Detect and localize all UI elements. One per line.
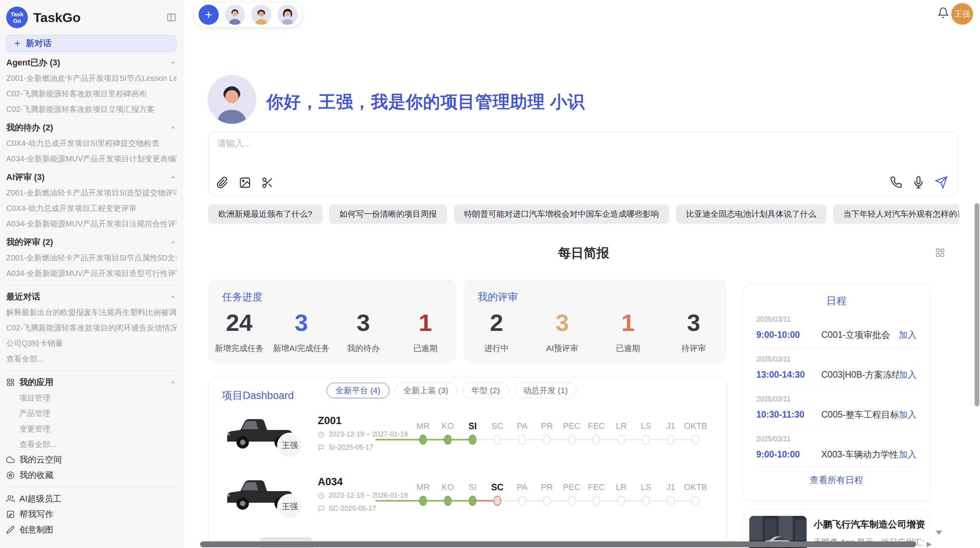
stat-label: 新增AI完成任务 <box>270 343 332 354</box>
milestone-label: LS <box>634 482 658 493</box>
tab-powertrain[interactable]: 动总开发 (1) <box>514 383 577 398</box>
list-item[interactable]: A034-全新新能源MUV产品开发项目造型可行性评审 <box>6 265 176 281</box>
section-header-my-apps[interactable]: 我的应用 <box>6 375 176 390</box>
new-chat-button[interactable]: 新对话 <box>6 35 176 52</box>
section-header-my-todo[interactable]: 我的待办 (2) <box>6 120 176 135</box>
divider <box>6 487 176 487</box>
sidebar-item-favorites[interactable]: 我的收藏 <box>6 468 176 483</box>
section-header-ai-review[interactable]: AI评审 (3) <box>6 170 176 185</box>
suggestion-chip[interactable]: 当下年轻人对汽车外观有怎样的喜好趋势 <box>833 204 959 224</box>
list-item[interactable]: Z001-全新燃油轻卡产品开发项目SI造型提交物评审 <box>6 185 176 200</box>
sidebar-item-change-mgmt[interactable]: 变更管理 <box>6 421 176 437</box>
user-avatar[interactable]: 王强 <box>951 3 973 25</box>
input-tools-right <box>890 176 948 189</box>
scroll-down-arrow-icon[interactable] <box>936 531 942 535</box>
milestone-dot <box>518 435 526 445</box>
join-link[interactable]: 加入 <box>899 449 917 461</box>
list-item[interactable]: Z001-全新燃油轻卡产品开发项目SI节点属性5D文件评审 <box>6 250 176 265</box>
list-item[interactable]: C02-飞腾新能源轻客改款项目的闭环通告反馈情况 <box>6 320 176 336</box>
send-icon[interactable] <box>935 176 948 189</box>
suggestion-chip[interactable]: 特朗普可能对进口汽车增税会对中国车企造成哪些影响 <box>454 204 669 224</box>
milestone-label-current: SI <box>460 421 485 432</box>
list-item[interactable]: C02-飞腾新能源轻客改款项目立项汇报方案 <box>6 101 176 117</box>
section-header-my-review[interactable]: 我的评审 (2) <box>6 235 176 250</box>
avatar[interactable] <box>251 5 271 25</box>
add-conversation-button[interactable] <box>199 5 219 25</box>
milestone-label: OKTB <box>683 482 708 493</box>
section-title: 我的评审 (2) <box>6 236 53 248</box>
milestone-label: LR <box>609 482 634 493</box>
sidebar-header: Task Go TaskGo <box>6 0 176 35</box>
join-link[interactable]: 加入 <box>899 329 917 341</box>
sidebar-item-ai-super-staff[interactable]: AI超级员工 <box>6 491 176 507</box>
view-all-recent[interactable]: 查看全部... <box>6 351 176 366</box>
milestone-dot <box>568 435 576 445</box>
sidebar-item-help-me-write[interactable]: 帮我写作 <box>6 507 176 522</box>
phone-call-icon[interactable] <box>890 176 902 188</box>
project-dashboard-card: 项目Dashboard 全新平台 (4) 全新上装 (3) 年型 (2) 动总开… <box>208 377 726 548</box>
list-item[interactable]: 公司Q3轻卡销量 <box>6 336 176 351</box>
chat-input[interactable] <box>216 138 681 149</box>
image-icon[interactable] <box>239 176 251 189</box>
card-title: 我的评审 <box>478 290 518 304</box>
sidebar-item-product-mgmt[interactable]: 产品管理 <box>6 406 176 421</box>
milestone-label: OKTB <box>683 421 708 432</box>
suggestion-chips: 欧洲新规最近颁布了什么? 如何写一份清晰的项目周报 特朗普可能对进口汽车增税会对… <box>208 204 959 224</box>
briefing-layout-icon[interactable] <box>935 248 945 258</box>
list-item[interactable]: C02-飞腾新能源轻客改款项目里程碑画布 <box>6 86 176 101</box>
project-code[interactable]: Z001 <box>318 415 342 427</box>
milestone-dot-current <box>469 435 476 445</box>
tab-new-body[interactable]: 全新上装 (3) <box>395 383 457 398</box>
schedule-name: C001-立项审批会 <box>821 329 899 341</box>
suggestion-chip[interactable]: 比亚迪全固态电池计划具体说了什么 <box>676 204 826 224</box>
project-owner-badge: 王强 <box>277 494 303 519</box>
scissors-icon[interactable] <box>261 176 274 189</box>
milestone-track <box>411 495 709 507</box>
stat-value: 3 <box>661 310 726 335</box>
view-all-schedule-link[interactable]: 查看所有日程 <box>743 467 930 493</box>
list-item[interactable]: C0X4-动力总成开发项目工程变更评审 <box>6 200 176 216</box>
sidebar-item-project-mgmt[interactable]: 项目管理 <box>6 390 176 406</box>
section-title: Agent已办 (3) <box>6 57 60 68</box>
notification-bell-icon[interactable] <box>937 7 949 19</box>
stat: 1 已逾期 <box>394 310 456 354</box>
milestone-label: FEC <box>584 482 609 493</box>
section-header-recent-chats[interactable]: 最近对话 <box>6 289 176 305</box>
project-row: 王强 Z001 2023-12-19 ~ 2027-01-19 SI-2025-… <box>209 408 726 470</box>
suggestion-chip[interactable]: 欧洲新规最近颁布了什么? <box>208 204 322 224</box>
milestone-dot <box>667 435 675 445</box>
list-item[interactable]: C0X4-动力总成开发项目SI里程碑提交物检查 <box>6 135 176 151</box>
list-item[interactable]: 解释最新出台的欧盟报废车法规再生塑料比例被调至15%... <box>6 305 176 320</box>
collapse-sidebar-icon[interactable] <box>166 12 176 22</box>
stat-value: 2 <box>464 310 529 335</box>
milestone-labels: MR KO SI SC PA PR PEC FEC LR LS J1 OKTB <box>411 421 709 432</box>
tab-year-model[interactable]: 年型 (2) <box>463 383 509 398</box>
horizontal-scrollbar-thumb[interactable] <box>200 541 916 547</box>
stat-value: 24 <box>208 310 270 335</box>
sidebar-item-creative-drawing[interactable]: 创意制图 <box>6 522 176 538</box>
tab-new-platform[interactable]: 全新平台 (4) <box>327 383 389 398</box>
microphone-icon[interactable] <box>912 176 925 188</box>
join-link[interactable]: 加入 <box>899 409 917 421</box>
join-link[interactable]: 加入 <box>899 369 917 381</box>
suggestion-chip[interactable]: 如何写一份清晰的项目周报 <box>329 204 447 224</box>
list-item[interactable]: A034-全新新能源MUV产品开发项目法规符合性评审 <box>6 216 176 231</box>
section-header-agent-done[interactable]: Agent已办 (3) <box>6 55 176 70</box>
attachment-icon[interactable] <box>216 176 229 189</box>
vertical-scrollbar-thumb[interactable] <box>975 203 979 406</box>
scroll-right-arrow-icon[interactable] <box>927 542 932 547</box>
stat-label: AI预评审 <box>529 343 595 354</box>
input-tools-left <box>216 176 274 189</box>
view-all-apps[interactable]: 查看全部... <box>6 437 176 452</box>
milestone-label: PEC <box>559 421 584 432</box>
sidebar-item-label: 我的收藏 <box>19 469 53 481</box>
project-code[interactable]: A034 <box>318 476 343 488</box>
list-item[interactable]: A034-全新新能源MUV产品开发项目计划变更表编写 <box>6 151 176 166</box>
sidebar-item-cloud-space[interactable]: 我的云空间 <box>6 452 176 468</box>
divider <box>6 285 176 285</box>
flag-icon <box>318 505 325 512</box>
news-title: 小鹏飞行汽车制造公司增资 <box>814 518 923 531</box>
avatar[interactable] <box>225 5 245 25</box>
list-item[interactable]: Z001-全新燃油皮卡产品开发项目SI节点Lesson Learn报告 <box>6 70 176 86</box>
avatar[interactable] <box>278 5 298 25</box>
